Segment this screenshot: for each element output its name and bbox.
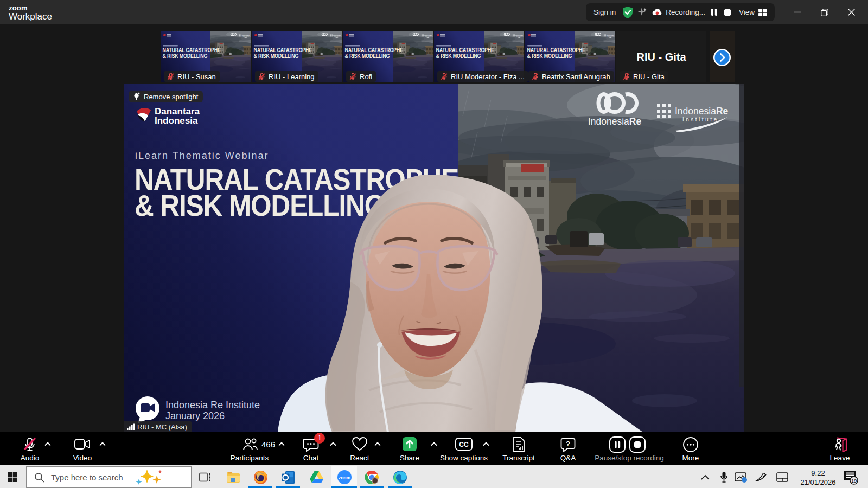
svg-text:CC: CC	[459, 441, 469, 448]
svg-text:19: 19	[851, 477, 857, 483]
svg-text:?: ?	[566, 440, 570, 448]
svg-text:zoom: zoom	[338, 475, 350, 480]
